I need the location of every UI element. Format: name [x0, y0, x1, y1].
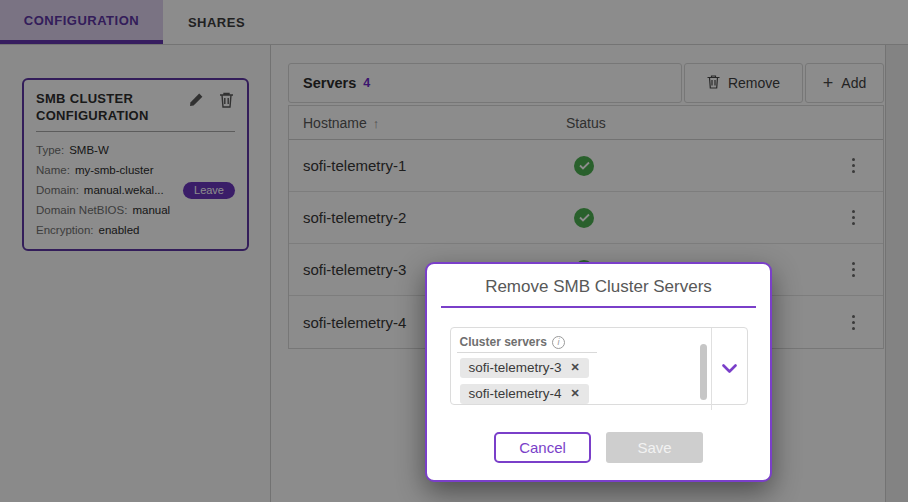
chevron-down-icon	[722, 360, 737, 378]
remove-servers-dialog: Remove SMB Cluster Servers Cluster serve…	[425, 262, 772, 482]
selected-server-chip: sofi-telemetry-3 ✕	[460, 358, 589, 378]
dialog-actions: Cancel Save	[427, 432, 770, 463]
chip-label: sofi-telemetry-4	[469, 386, 562, 401]
save-button[interactable]: Save	[606, 432, 703, 463]
dialog-title-rule	[441, 306, 756, 308]
chip-label: sofi-telemetry-3	[469, 360, 562, 375]
info-icon[interactable]: i	[552, 336, 565, 349]
multiselect-chips-area: Cluster servers i sofi-telemetry-3 ✕ sof…	[451, 328, 711, 410]
remove-chip-icon[interactable]: ✕	[571, 362, 580, 373]
dialog-title: Remove SMB Cluster Servers	[427, 277, 770, 297]
multiselect-label-row: Cluster servers i	[460, 335, 711, 349]
remove-chip-icon[interactable]: ✕	[571, 388, 580, 399]
selected-server-chip: sofi-telemetry-4 ✕	[460, 384, 589, 404]
scrollbar-thumb[interactable]	[700, 344, 707, 400]
cluster-servers-multiselect[interactable]: Cluster servers i sofi-telemetry-3 ✕ sof…	[450, 327, 748, 405]
app-window: CONFIGURATION SHARES SMB CLUSTER CONFIGU…	[0, 0, 908, 502]
cancel-button[interactable]: Cancel	[494, 432, 591, 463]
dropdown-toggle[interactable]	[711, 328, 747, 410]
multiselect-label-underline	[457, 352, 597, 353]
multiselect-label: Cluster servers	[460, 335, 547, 349]
